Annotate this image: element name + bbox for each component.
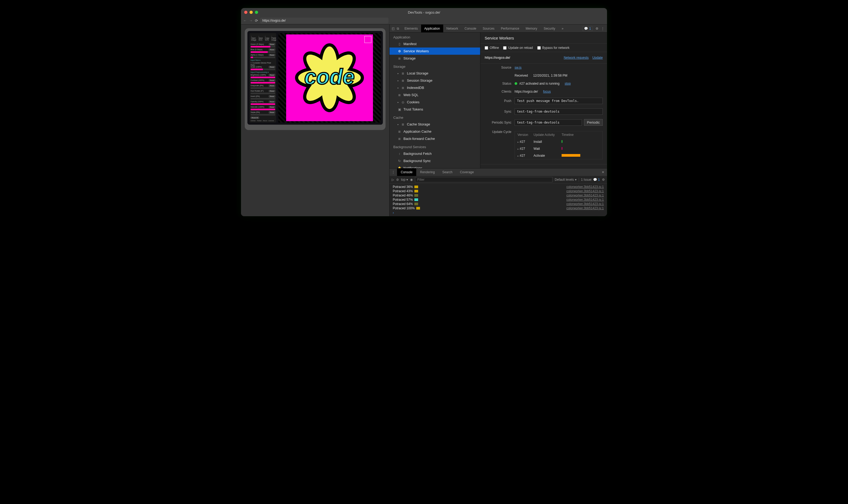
tab-security[interactable]: Security bbox=[540, 24, 558, 32]
periodic-sync-input[interactable] bbox=[515, 119, 582, 126]
minimize-window-button[interactable] bbox=[249, 11, 253, 14]
expand-icon[interactable]: ▸ bbox=[398, 72, 399, 75]
log-source-link[interactable]: colorworker.3bb51423.js:1 bbox=[566, 198, 604, 201]
source-link[interactable]: sw.js bbox=[515, 66, 521, 69]
kebab-menu-icon[interactable]: ⋮ bbox=[601, 27, 604, 31]
run-icon[interactable]: ▷ bbox=[392, 178, 394, 181]
reset-button[interactable]: Reset bbox=[269, 74, 275, 76]
expand-icon[interactable]: ▸ bbox=[398, 87, 399, 89]
log-source-link[interactable]: colorworker.3bb51423.js:1 bbox=[566, 202, 604, 206]
console-settings-icon[interactable]: ⚙ bbox=[602, 178, 605, 181]
drawer-tab-coverage[interactable]: Coverage bbox=[456, 168, 478, 176]
sidebar-item-local-storage[interactable]: ▸≣Local Storage bbox=[390, 70, 480, 77]
inspect-icon[interactable]: ◰ bbox=[392, 27, 395, 31]
reset-button[interactable]: Reset bbox=[269, 49, 275, 51]
sidebar-item-web-sql[interactable]: ≣Web SQL bbox=[390, 91, 480, 98]
issues-badge[interactable]: 💬 1 bbox=[582, 26, 593, 31]
tab-sources[interactable]: Sources bbox=[480, 24, 498, 32]
push-input[interactable] bbox=[515, 98, 603, 104]
slider[interactable] bbox=[250, 103, 275, 105]
sidebar-item-storage[interactable]: ≣Storage bbox=[390, 55, 480, 62]
checkbox-item[interactable]: ☐ Consider Device Pixel Ratio bbox=[250, 62, 275, 66]
log-levels-selector[interactable]: Default levels ▾ bbox=[555, 178, 576, 181]
reset-button[interactable]: Reset bbox=[269, 111, 275, 113]
expand-icon[interactable]: ▸ bbox=[398, 79, 399, 82]
sidebar-item-back-forward-cache[interactable]: ≣Back-forward Cache bbox=[390, 135, 480, 142]
tab-application[interactable]: Application bbox=[421, 24, 443, 32]
device-mode-icon[interactable]: ⧉ bbox=[397, 27, 399, 31]
checkbox-offline[interactable]: Offline bbox=[485, 46, 499, 50]
clear-console-icon[interactable]: ⊘ bbox=[396, 178, 399, 181]
drawer-menu-icon[interactable]: ⋮ bbox=[390, 170, 397, 174]
slider[interactable] bbox=[250, 98, 275, 100]
slider[interactable] bbox=[250, 57, 275, 58]
sidebar-item-indexeddb[interactable]: ▸≣IndexedDB bbox=[390, 84, 480, 91]
close-window-button[interactable] bbox=[244, 11, 247, 14]
forward-button[interactable]: → bbox=[249, 18, 253, 23]
svgcode-toolbar-item[interactable]: ▫ Copy SVG bbox=[265, 35, 269, 41]
console-filter-input[interactable] bbox=[415, 177, 553, 182]
sidebar-item-manifest[interactable]: ▯Manifest bbox=[390, 40, 480, 48]
expand-icon[interactable]: ▸ bbox=[398, 101, 399, 104]
periodic-sync-button[interactable]: Periodic bbox=[584, 119, 603, 126]
console-prompt[interactable]: › bbox=[390, 210, 607, 215]
sidebar-item-service-workers[interactable]: ⚙Service Workers bbox=[390, 48, 480, 55]
slider[interactable] bbox=[250, 69, 275, 70]
sidebar-item-cache-storage[interactable]: ▸≣Cache Storage bbox=[390, 121, 480, 128]
checkbox-bypass-for-network[interactable]: Bypass for network bbox=[537, 46, 570, 50]
tab-elements[interactable]: Elements bbox=[401, 24, 421, 32]
drawer-close-icon[interactable]: ✕ bbox=[599, 170, 607, 174]
sidebar-item-background-fetch[interactable]: ↕Background Fetch bbox=[390, 150, 480, 157]
sync-input[interactable] bbox=[515, 108, 603, 115]
context-selector[interactable]: top ▾ bbox=[401, 178, 408, 181]
drawer-tab-search[interactable]: Search bbox=[438, 168, 456, 176]
sidebar-item-session-storage[interactable]: ▸≣Session Storage bbox=[390, 77, 480, 84]
slider[interactable] bbox=[250, 114, 275, 115]
log-source-link[interactable]: colorworker.3bb51423.js:1 bbox=[566, 194, 604, 197]
log-source-link[interactable]: colorworker.3bb51423.js:1 bbox=[566, 185, 604, 189]
tab-network[interactable]: Network bbox=[443, 24, 462, 32]
focus-link[interactable]: focus bbox=[543, 90, 551, 93]
sidebar-item-application-cache[interactable]: ≣Application Cache bbox=[390, 128, 480, 135]
log-source-link[interactable]: colorworker.3bb51423.js:1 bbox=[566, 206, 604, 210]
log-source-link[interactable]: colorworker.3bb51423.js:1 bbox=[566, 189, 604, 193]
slider[interactable] bbox=[250, 51, 275, 53]
address-bar[interactable] bbox=[260, 18, 388, 23]
slider[interactable] bbox=[250, 93, 275, 94]
live-expression-icon[interactable]: ◉ bbox=[410, 178, 413, 181]
reset-button[interactable]: Reset bbox=[269, 90, 275, 92]
reset-button[interactable]: Reset bbox=[269, 66, 275, 68]
svgcode-canvas[interactable]: code bbox=[278, 33, 381, 123]
slider[interactable] bbox=[250, 109, 275, 110]
svgcode-toolbar-item[interactable]: ▫ Open Image bbox=[251, 35, 256, 41]
reset-all-button[interactable]: Reset All bbox=[250, 116, 259, 119]
drawer-tab-console[interactable]: Console bbox=[397, 168, 416, 176]
drawer-tab-rendering[interactable]: Rendering bbox=[416, 168, 438, 176]
preproc-header[interactable]: Input Preprocessing ▾ bbox=[250, 71, 275, 73]
reset-button[interactable]: Reset bbox=[269, 79, 275, 82]
sidebar-item-background-sync[interactable]: ↻Background Sync bbox=[390, 157, 480, 164]
checkbox-update-on-reload[interactable]: Update on reload bbox=[503, 46, 533, 50]
slider[interactable] bbox=[250, 77, 275, 78]
update-link[interactable]: Update bbox=[592, 56, 603, 59]
sidebar-item-cookies[interactable]: ▸◎Cookies bbox=[390, 98, 480, 106]
slider[interactable] bbox=[250, 46, 275, 48]
input-size-header[interactable]: Input Size ▾ bbox=[250, 59, 275, 61]
reset-button[interactable]: Reset bbox=[269, 95, 275, 97]
reset-button[interactable]: Reset bbox=[269, 43, 275, 46]
svgcode-toolbar-item[interactable]: ▫ Paste Image bbox=[272, 35, 276, 41]
slider[interactable] bbox=[250, 87, 275, 89]
stop-link[interactable]: stop bbox=[565, 82, 571, 86]
expand-icon[interactable]: ▸ bbox=[398, 123, 399, 126]
tab-memory[interactable]: Memory bbox=[523, 24, 540, 32]
back-button[interactable]: ← bbox=[243, 18, 247, 23]
sidebar-item-trust-tokens[interactable]: ▣Trust Tokens bbox=[390, 106, 480, 113]
reset-button[interactable]: Reset bbox=[269, 106, 275, 108]
more-tabs-button[interactable]: » bbox=[558, 24, 567, 32]
zoom-window-button[interactable] bbox=[255, 11, 258, 14]
reset-button[interactable]: Reset bbox=[269, 54, 275, 56]
reload-button[interactable]: ⟳ bbox=[255, 18, 258, 23]
reset-button[interactable]: Reset bbox=[269, 101, 275, 103]
sidebar-item-notifications[interactable]: 🔔Notifications bbox=[390, 164, 480, 168]
reset-button[interactable]: Reset bbox=[269, 85, 275, 87]
